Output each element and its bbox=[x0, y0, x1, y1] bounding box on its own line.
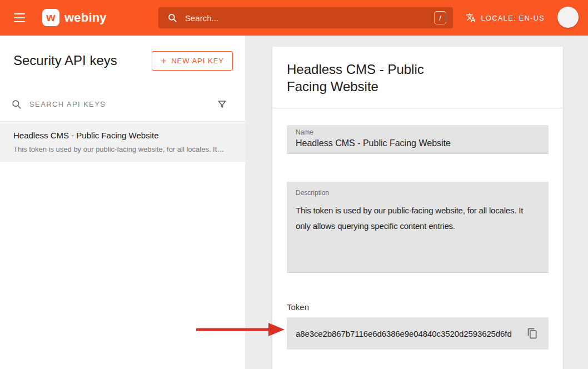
top-bar: w webiny / LOCALE: EN-US bbox=[0, 0, 588, 36]
api-keys-list: Headless CMS - Public Facing Website Thi… bbox=[0, 122, 245, 369]
api-keys-sidebar: Security API keys + NEW API KEY Headless bbox=[0, 36, 245, 369]
search-shortcut-badge: / bbox=[434, 11, 446, 24]
new-api-key-button-label: NEW API KEY bbox=[171, 57, 224, 65]
locale-label: LOCALE: EN-US bbox=[481, 14, 545, 22]
locale-selector[interactable]: LOCALE: EN-US bbox=[466, 0, 545, 36]
api-keys-search-input[interactable] bbox=[29, 100, 217, 108]
list-item[interactable]: Headless CMS - Public Facing Website Thi… bbox=[0, 122, 245, 162]
avatar[interactable] bbox=[557, 7, 579, 28]
plus-icon: + bbox=[161, 56, 166, 67]
search-icon bbox=[167, 13, 177, 23]
name-field-value[interactable]: Headless CMS - Public Facing Website bbox=[287, 136, 549, 153]
description-field[interactable]: Description This token is used by our pu… bbox=[287, 182, 549, 273]
detail-card-body: Name Headless CMS - Public Facing Websit… bbox=[272, 108, 563, 350]
token-label: Token bbox=[287, 302, 549, 312]
sidebar-header: Security API keys + NEW API KEY bbox=[0, 36, 245, 87]
global-search-input[interactable] bbox=[185, 13, 434, 23]
detail-card-header: Headless CMS - Public Facing Website bbox=[272, 47, 563, 108]
description-field-value[interactable]: This token is used by our public-facing … bbox=[287, 197, 549, 239]
detail-panel: Headless CMS - Public Facing Website Nam… bbox=[245, 36, 588, 369]
translate-icon bbox=[466, 13, 476, 23]
name-field[interactable]: Name Headless CMS - Public Facing Websit… bbox=[287, 125, 549, 154]
token-value: a8e3ce2b867b7116e6d6386e9e04840c3520d259… bbox=[296, 329, 512, 338]
copy-icon[interactable] bbox=[525, 326, 540, 341]
menu-icon[interactable] bbox=[12, 11, 28, 24]
webiny-logo[interactable]: w webiny bbox=[42, 9, 107, 26]
search-icon bbox=[11, 99, 22, 109]
detail-title: Headless CMS - Public Facing Website bbox=[287, 61, 428, 95]
new-api-key-button[interactable]: + NEW API KEY bbox=[152, 51, 233, 71]
description-field-label: Description bbox=[287, 182, 549, 197]
token-box: a8e3ce2b867b7116e6d6386e9e04840c3520d259… bbox=[287, 317, 549, 350]
api-keys-search-row bbox=[0, 87, 245, 122]
page-title: Security API keys bbox=[13, 53, 117, 68]
name-field-label: Name bbox=[287, 125, 549, 136]
webiny-logo-mark: w bbox=[42, 9, 59, 26]
list-item-description: This token is used by our public-facing … bbox=[13, 145, 232, 153]
global-search[interactable]: / bbox=[158, 7, 453, 28]
api-key-detail-card: Headless CMS - Public Facing Website Nam… bbox=[272, 47, 563, 369]
webiny-logo-text: webiny bbox=[64, 11, 107, 25]
list-item-title: Headless CMS - Public Facing Website bbox=[13, 131, 232, 140]
filter-icon[interactable] bbox=[217, 99, 227, 109]
